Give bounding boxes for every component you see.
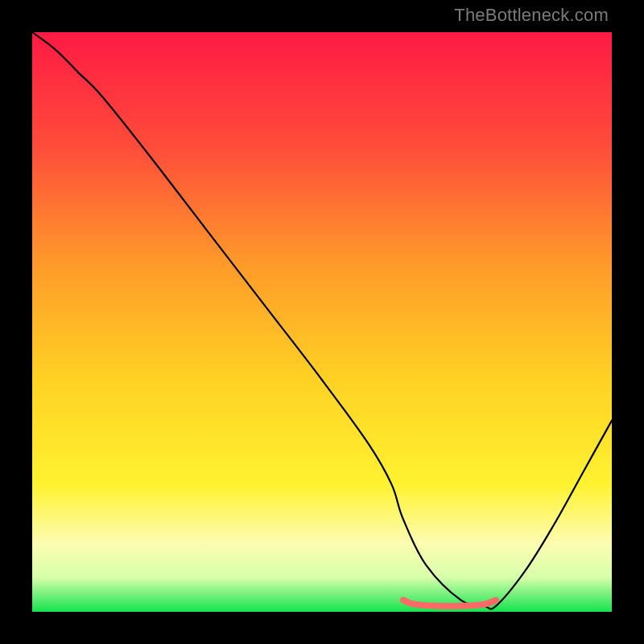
- chart-frame: [32, 32, 612, 612]
- highlight-segment: [403, 601, 496, 606]
- watermark-text: TheBottleneck.com: [454, 5, 609, 26]
- chart-lines: [32, 32, 612, 612]
- bottleneck-curve: [32, 32, 612, 609]
